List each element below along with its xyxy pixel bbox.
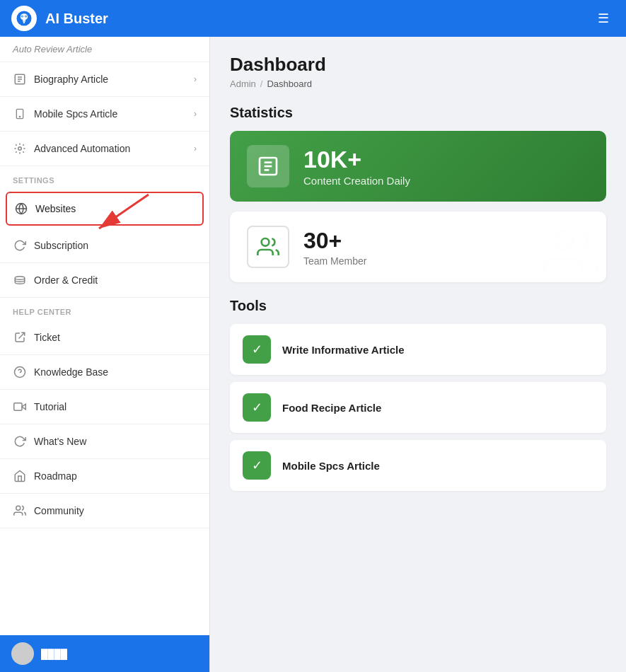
tool-item-mobile-spcs[interactable]: ✓ Mobile Spcs Article [230, 440, 606, 491]
svg-point-30 [555, 231, 574, 250]
team-member-bg-icon [543, 224, 599, 282]
svg-point-4 [22, 16, 23, 16]
whats-new-icon [13, 434, 27, 448]
sidebar-item-knowledge-base[interactable]: Knowledge Base [0, 355, 209, 390]
svg-point-24 [16, 506, 21, 510]
tutorial-icon [13, 400, 27, 414]
advanced-automation-icon [13, 141, 27, 156]
breadcrumb-separator: / [260, 79, 263, 89]
subscription-icon [13, 238, 27, 253]
app-header: AI Buster ☰ [0, 0, 626, 37]
user-avatar [11, 642, 34, 665]
truncated-label: Auto Review Article [13, 44, 92, 54]
stat-card-content-creation: 10K+ Content Creation Daily [230, 131, 606, 202]
community-icon [13, 504, 27, 518]
team-member-icon [247, 226, 289, 268]
svg-rect-23 [14, 403, 22, 411]
stat-card-team-member: 30+ Team Member [230, 212, 606, 282]
mobile-spcs-chevron-icon: › [194, 109, 197, 119]
statistics-title: Statistics [230, 105, 606, 121]
mobile-spcs-label: Mobile Spcs Article [34, 108, 187, 120]
sidebar-item-ticket[interactable]: Ticket [0, 320, 209, 355]
knowledge-base-icon [13, 365, 27, 379]
help-section-heading: HELP CENTER [0, 298, 209, 320]
svg-point-29 [262, 238, 269, 246]
tools-title: Tools [230, 298, 606, 314]
content-creation-icon [247, 145, 289, 187]
svg-line-17 [99, 195, 149, 228]
mobile-spcs-icon [13, 107, 27, 121]
app-title: AI Buster [45, 11, 584, 27]
main-layout: Auto Review Article Biography Article › … [0, 37, 626, 672]
tool-item-food-recipe[interactable]: ✓ Food Recipe Article [230, 382, 606, 433]
footer-username: ████ [41, 649, 67, 659]
breadcrumb-dashboard: Dashboard [267, 79, 312, 89]
biography-article-icon [13, 72, 27, 86]
svg-point-13 [19, 116, 20, 117]
sidebar-item-biography-article[interactable]: Biography Article › [0, 62, 209, 97]
content-creation-label: Content Creation Daily [303, 175, 410, 187]
write-informative-label: Write Informative Article [282, 344, 405, 356]
sidebar: Auto Review Article Biography Article › … [0, 37, 210, 672]
team-member-number: 30+ [303, 228, 366, 254]
write-informative-check-icon: ✓ [243, 335, 271, 364]
sidebar-item-advanced-automation[interactable]: Advanced Automation › [0, 132, 209, 166]
order-credit-icon [13, 273, 27, 287]
tutorial-label: Tutorial [34, 401, 197, 412]
sidebar-item-tutorial[interactable]: Tutorial [0, 390, 209, 424]
sidebar-item-roadmap[interactable]: Roadmap [0, 459, 209, 494]
ticket-label: Ticket [34, 332, 197, 343]
red-arrow-annotation [57, 180, 156, 244]
websites-icon [14, 202, 28, 216]
team-member-label: Team Member [303, 255, 366, 267]
breadcrumb: Admin / Dashboard [230, 79, 606, 89]
mobile-spcs-check-icon: ✓ [243, 451, 271, 480]
sidebar-item-whats-new[interactable]: What's New [0, 424, 209, 459]
ticket-icon [13, 330, 27, 344]
whats-new-label: What's New [34, 436, 197, 447]
advanced-automation-chevron-icon: › [194, 144, 197, 153]
biography-chevron-icon: › [194, 74, 197, 84]
sidebar-item-mobile-spcs-article[interactable]: Mobile Spcs Article › [0, 97, 209, 132]
food-recipe-check-icon: ✓ [243, 393, 271, 422]
svg-point-14 [18, 147, 22, 151]
order-credit-label: Order & Credit [34, 274, 197, 286]
svg-rect-7 [23, 22, 25, 23]
sidebar-item-truncated[interactable]: Auto Review Article [0, 37, 209, 62]
page-title: Dashboard [230, 54, 606, 76]
mobile-spcs-tool-label: Mobile Spcs Article [282, 460, 380, 472]
breadcrumb-admin: Admin [230, 79, 256, 89]
main-content: Dashboard Admin / Dashboard Statistics 1… [210, 37, 626, 672]
community-label: Community [34, 505, 197, 516]
svg-rect-6 [23, 20, 26, 21]
tool-item-write-informative[interactable]: ✓ Write Informative Article [230, 324, 606, 375]
sidebar-item-community[interactable]: Community [0, 494, 209, 528]
hamburger-icon[interactable]: ☰ [592, 8, 615, 29]
svg-point-5 [25, 16, 26, 16]
biography-article-label: Biography Article [34, 74, 187, 85]
logo-icon [11, 6, 37, 31]
food-recipe-label: Food Recipe Article [282, 402, 381, 414]
roadmap-icon [13, 469, 27, 483]
knowledge-base-label: Knowledge Base [34, 366, 197, 378]
svg-marker-22 [22, 404, 25, 410]
tools-section: Tools ✓ Write Informative Article ✓ Food… [230, 298, 606, 491]
sidebar-item-order-credit[interactable]: Order & Credit [0, 263, 209, 298]
content-creation-number: 10K+ [303, 146, 410, 173]
advanced-automation-label: Advanced Automation [34, 143, 187, 154]
sidebar-footer: ████ [0, 635, 209, 672]
roadmap-label: Roadmap [34, 470, 197, 482]
svg-point-18 [15, 277, 25, 280]
